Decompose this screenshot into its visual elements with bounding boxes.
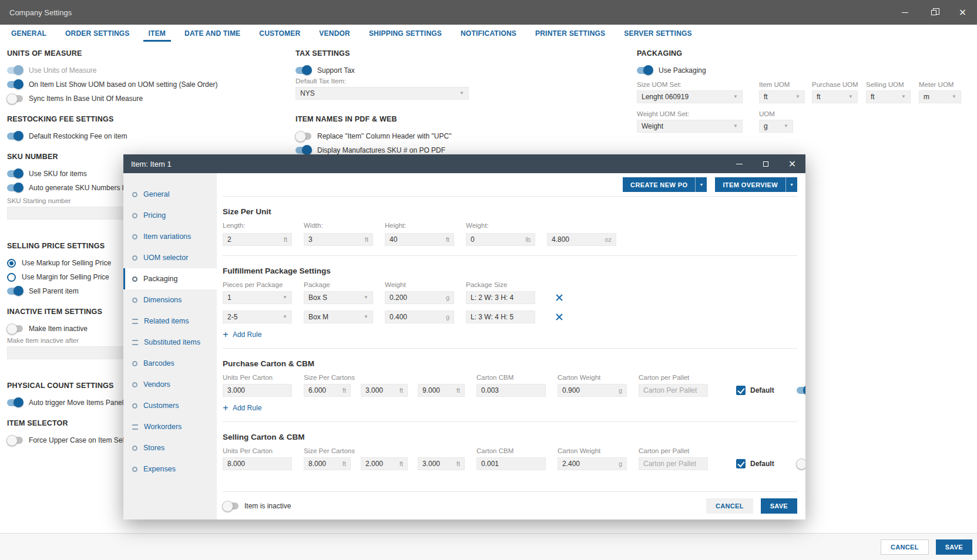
sync-items-base-uom-toggle[interactable] xyxy=(7,95,23,102)
item-is-inactive-toggle[interactable] xyxy=(223,502,239,510)
nav-item-vendors[interactable]: Vendors xyxy=(123,374,217,395)
purchase-add-rule-link[interactable]: Add Rule xyxy=(223,404,261,412)
tab-date-and-time[interactable]: DATE AND TIME xyxy=(184,25,240,42)
purchase-default-toggle[interactable] xyxy=(797,387,805,394)
fulfillment-add-rule-link[interactable]: Add Rule xyxy=(223,330,261,339)
tab-customer[interactable]: CUSTOMER xyxy=(259,25,300,42)
nav-item-workorders[interactable]: Workorders xyxy=(123,416,217,437)
carton-weight-input[interactable]: 2.400g xyxy=(558,457,627,470)
settings-cancel-button[interactable]: CANCEL xyxy=(881,539,929,555)
item-uom-dropdown[interactable]: ft xyxy=(759,90,805,103)
close-button[interactable] xyxy=(948,0,977,25)
carton-cbm-input[interactable]: 0.003 xyxy=(476,384,546,397)
use-sku-toggle[interactable] xyxy=(7,170,23,177)
tab-notifications[interactable]: NOTIFICATIONS xyxy=(461,25,516,42)
delete-rule-icon[interactable] xyxy=(555,294,563,302)
auto-generate-sku-toggle[interactable] xyxy=(7,184,23,191)
use-units-of-measure-label: Use Units of Measure xyxy=(29,66,96,75)
selling-default-checkbox[interactable] xyxy=(736,459,746,468)
dialog-save-button[interactable]: SAVE xyxy=(761,498,797,514)
weight-lb-input[interactable]: 0lb xyxy=(466,233,535,246)
nav-item-substituted-items[interactable]: Substituted items xyxy=(123,332,217,353)
package-weight-input[interactable]: 0.200g xyxy=(385,291,454,304)
tab-item[interactable]: ITEM xyxy=(149,25,166,42)
sku-starting-number-input[interactable] xyxy=(7,207,125,220)
carton-length-input[interactable]: 8.000ft xyxy=(304,457,351,470)
uom-dropdown[interactable]: g xyxy=(759,120,793,133)
nav-item-item-variations[interactable]: Item variations xyxy=(123,226,217,247)
tab-server-settings[interactable]: SERVER SETTINGS xyxy=(624,25,691,42)
support-tax-toggle[interactable] xyxy=(296,67,311,74)
create-new-po-dropdown-arrow[interactable] xyxy=(695,177,707,192)
delete-rule-icon[interactable] xyxy=(555,313,563,321)
width-input[interactable]: 3ft xyxy=(304,233,373,246)
tab-order-settings[interactable]: ORDER SETTINGS xyxy=(65,25,129,42)
package-dropdown[interactable]: Box S xyxy=(304,291,373,304)
units-per-carton-input[interactable]: 8.000 xyxy=(223,457,292,470)
meter-uom-dropdown[interactable]: m xyxy=(919,90,961,103)
tab-printer-settings[interactable]: PRINTER SETTINGS xyxy=(535,25,605,42)
nav-item-uom-selector[interactable]: UOM selector xyxy=(123,247,217,268)
purchase-default-checkbox[interactable] xyxy=(736,386,746,395)
replace-item-header-toggle[interactable] xyxy=(296,133,311,140)
use-margin-radio[interactable] xyxy=(7,273,16,282)
weight-uom-set-dropdown[interactable]: Weight xyxy=(637,120,743,133)
settings-save-button[interactable]: SAVE xyxy=(936,539,972,555)
dialog-minimize-button[interactable] xyxy=(726,154,753,173)
nav-item-general[interactable]: General xyxy=(123,184,217,205)
height-input[interactable]: 40ft xyxy=(385,233,454,246)
use-units-of-measure-toggle[interactable] xyxy=(7,67,23,74)
units-per-carton-input[interactable]: 3.000 xyxy=(223,384,292,397)
tab-shipping-settings[interactable]: SHIPPING SETTINGS xyxy=(369,25,442,42)
selling-uom-dropdown[interactable]: ft xyxy=(866,90,911,103)
item-overview-dropdown-arrow[interactable] xyxy=(785,177,797,192)
nav-item-expenses[interactable]: Expenses xyxy=(123,458,217,480)
dialog-cancel-button[interactable]: CANCEL xyxy=(706,498,753,514)
pieces-per-package-dropdown[interactable]: 1 xyxy=(223,291,292,304)
carton-height-input[interactable]: 9.000ft xyxy=(418,384,465,397)
force-upper-case-toggle[interactable] xyxy=(7,437,23,444)
carton-width-input[interactable]: 2.000ft xyxy=(361,457,408,470)
dialog-close-button[interactable] xyxy=(779,154,805,173)
tab-general[interactable]: GENERAL xyxy=(11,25,46,42)
minimize-button[interactable] xyxy=(891,0,919,25)
nav-item-related-items[interactable]: Related items xyxy=(123,311,217,332)
carton-height-input[interactable]: 3.000ft xyxy=(418,457,465,470)
restore-button[interactable] xyxy=(919,0,948,25)
nav-item-dimensions[interactable]: Dimensions xyxy=(123,289,217,311)
sell-parent-item-toggle[interactable] xyxy=(7,288,23,295)
carton-per-pallet-input[interactable]: Carton Per Pallet xyxy=(639,384,708,397)
carton-width-input[interactable]: 3.000ft xyxy=(361,384,408,397)
show-uom-on-item-list-toggle[interactable] xyxy=(7,81,23,88)
pieces-per-package-dropdown[interactable]: 2-5 xyxy=(223,311,292,323)
carton-length-input[interactable]: 6.000ft xyxy=(304,384,351,397)
create-new-po-button[interactable]: CREATE NEW PO xyxy=(623,177,695,192)
nav-item-packaging[interactable]: Packaging xyxy=(123,268,217,289)
nav-item-barcodes[interactable]: Barcodes xyxy=(123,353,217,374)
item-overview-button[interactable]: ITEM OVERVIEW xyxy=(715,177,785,192)
auto-trigger-move-items-toggle[interactable] xyxy=(7,399,23,406)
nav-item-pricing[interactable]: Pricing xyxy=(123,205,217,226)
display-manufactures-sku-toggle[interactable] xyxy=(296,147,311,154)
default-restocking-fee-toggle[interactable] xyxy=(7,133,23,140)
carton-height-unit: ft xyxy=(453,460,460,467)
carton-weight-input[interactable]: 0.900g xyxy=(558,384,627,397)
make-item-inactive-toggle[interactable] xyxy=(7,325,23,332)
size-uom-set-dropdown[interactable]: Lenght 060919 xyxy=(637,90,743,103)
make-item-inactive-after-input[interactable] xyxy=(7,346,125,359)
carton-cbm-input[interactable]: 0.001 xyxy=(476,457,546,470)
nav-item-stores[interactable]: Stores xyxy=(123,437,217,458)
purchase-uom-dropdown[interactable]: ft xyxy=(812,90,858,103)
carton-per-pallet-input[interactable]: Carton per Pallet xyxy=(639,457,708,470)
length-input[interactable]: 2ft xyxy=(223,233,292,246)
tab-vendor[interactable]: VENDOR xyxy=(319,25,350,42)
weight-oz-input[interactable]: 4.800oz xyxy=(547,233,616,246)
package-dropdown[interactable]: Box M xyxy=(304,311,373,323)
nav-item-customers[interactable]: Customers xyxy=(123,395,217,416)
default-tax-item-dropdown[interactable]: NYS xyxy=(296,87,469,100)
use-markup-radio[interactable] xyxy=(7,259,16,268)
use-packaging-toggle[interactable] xyxy=(637,67,653,74)
dialog-maximize-button[interactable] xyxy=(753,154,779,173)
selling-default-toggle[interactable] xyxy=(797,460,805,467)
package-weight-input[interactable]: 0.400g xyxy=(385,311,454,323)
